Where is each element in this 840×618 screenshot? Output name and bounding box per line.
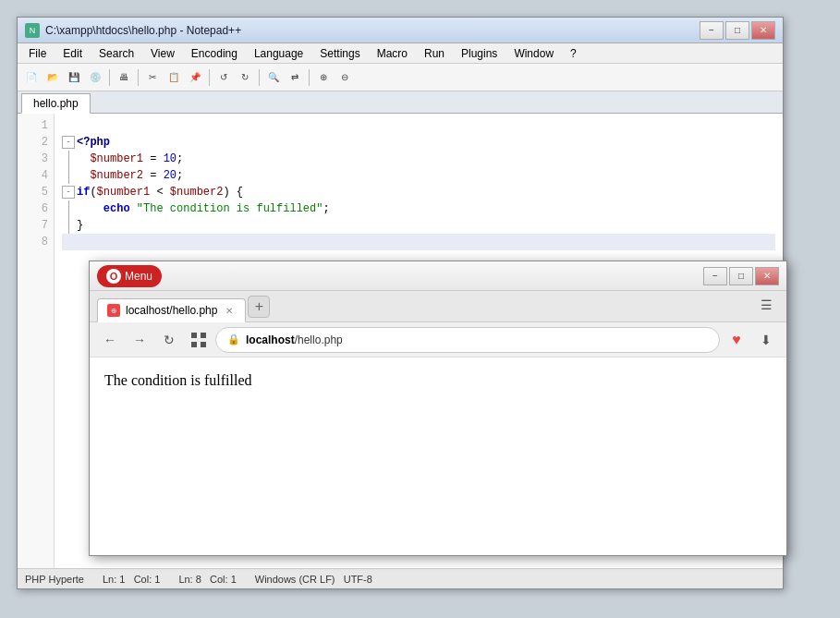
fold-line-7 — [62, 217, 75, 234]
opera-content: The condition is fulfilled — [90, 357, 786, 555]
code-line-1 — [62, 117, 775, 134]
menu-file[interactable]: File — [21, 45, 54, 62]
fold-marker-5[interactable]: - — [62, 186, 75, 199]
fold-line-4 — [62, 167, 75, 184]
opera-menu-button[interactable]: O Menu — [97, 265, 162, 287]
tb-replace[interactable]: ⇄ — [285, 67, 305, 88]
npp-app-icon: N — [25, 23, 40, 38]
menu-language[interactable]: Language — [247, 45, 310, 62]
opera-tabbar: ⊕ localhost/hello.php ✕ + ☰ — [90, 291, 786, 322]
menu-plugins[interactable]: Plugins — [454, 45, 505, 62]
tab-hello-php[interactable]: hello.php — [21, 93, 91, 114]
speed-dial-button[interactable] — [186, 327, 212, 353]
minimize-button[interactable]: − — [700, 21, 724, 40]
opera-body: The condition is fulfilled — [90, 357, 786, 555]
back-button[interactable]: ← — [97, 327, 123, 353]
tb-cut[interactable]: ✂ — [142, 67, 163, 88]
menu-window[interactable]: Window — [506, 45, 561, 62]
opera-tab-close-button[interactable]: ✕ — [223, 304, 236, 317]
tb-save[interactable]: 💾 — [64, 67, 84, 88]
code-line-6: echo "The condition is fulfilled" ; — [62, 200, 775, 217]
opera-menu-label: Menu — [125, 270, 152, 283]
line-numbers: 1 2 3 4 5 6 7 8 — [18, 114, 55, 568]
tb-redo[interactable]: ↻ — [235, 67, 255, 88]
opera-logo-icon: O — [106, 269, 121, 284]
tb-undo[interactable]: ↺ — [213, 67, 234, 88]
npp-title-text: C:\xampp\htdocs\hello.php - Notepad++ — [45, 24, 241, 37]
page-output-text: The condition is fulfilled — [104, 372, 252, 388]
svg-rect-2 — [191, 342, 197, 347]
tb-open[interactable]: 📂 — [43, 67, 63, 88]
opera-tab-favicon: ⊕ — [107, 304, 120, 317]
tb-zoomin[interactable]: ⊕ — [313, 67, 334, 88]
code-line-8 — [62, 234, 775, 250]
code-line-5: - if ( $number1 < $number2 ) { — [62, 184, 775, 200]
opera-close-button[interactable]: ✕ — [755, 267, 779, 285]
toolbar-sep-3 — [209, 69, 210, 86]
refresh-button[interactable]: ↻ — [156, 327, 182, 353]
address-text: localhost/hello.php — [246, 333, 708, 346]
code-line-3: $number1 = 10 ; — [62, 151, 775, 167]
npp-tabbar: hello.php — [18, 91, 783, 114]
npp-titlebar-left: N C:\xampp\htdocs\hello.php - Notepad++ — [25, 23, 241, 38]
opera-new-tab-button[interactable]: + — [248, 296, 270, 318]
status-size: Ln: 8 Col: 1 — [178, 574, 236, 585]
menu-edit[interactable]: Edit — [55, 45, 90, 62]
svg-rect-0 — [191, 333, 197, 338]
menu-run[interactable]: Run — [417, 45, 452, 62]
npp-toolbar: 📄 📂 💾 💿 🖶 ✂ 📋 📌 ↺ ↻ 🔍 ⇄ ⊕ ⊖ — [18, 64, 783, 91]
fold-line-8 — [62, 234, 75, 250]
tb-new[interactable]: 📄 — [21, 67, 42, 88]
toolbar-sep-5 — [309, 69, 310, 86]
menu-help[interactable]: ? — [563, 45, 584, 62]
menu-macro[interactable]: Macro — [370, 45, 415, 62]
status-lang: PHP Hyperte — [25, 574, 84, 585]
fold-line-1 — [62, 117, 75, 134]
opera-sidebar-toggle[interactable]: ☰ — [753, 292, 779, 318]
tab-label: hello.php — [33, 97, 79, 110]
opera-titlebar: O Menu − □ ✕ — [90, 261, 786, 291]
opera-window: O Menu − □ ✕ ⊕ localhost/hello.php ✕ + ☰… — [89, 261, 787, 556]
opera-tab-active[interactable]: ⊕ localhost/hello.php ✕ — [97, 298, 246, 322]
toolbar-sep-2 — [138, 69, 139, 86]
tb-print[interactable]: 🖶 — [114, 67, 134, 88]
download-button[interactable]: ⬇ — [753, 327, 779, 353]
forward-button[interactable]: → — [127, 327, 152, 353]
menu-encoding[interactable]: Encoding — [184, 45, 245, 62]
opera-tabbar-right: ☰ — [753, 292, 779, 318]
secure-icon: 🔒 — [227, 333, 240, 345]
close-button[interactable]: ✕ — [751, 21, 775, 40]
svg-rect-1 — [201, 333, 206, 338]
fold-line-3 — [62, 151, 75, 167]
menu-view[interactable]: View — [143, 45, 182, 62]
tb-paste[interactable]: 📌 — [185, 67, 205, 88]
npp-menubar: File Edit Search View Encoding Language … — [18, 43, 783, 64]
opera-titlebar-controls: − □ ✕ — [703, 267, 779, 285]
status-info: Ln: 1 Col: 1 — [103, 574, 160, 585]
opera-minimize-button[interactable]: − — [703, 267, 727, 285]
tb-saveall[interactable]: 💿 — [85, 67, 105, 88]
toolbar-sep-4 — [259, 69, 260, 86]
tb-zoomout[interactable]: ⊖ — [335, 67, 355, 88]
bookmark-button[interactable]: ♥ — [724, 327, 749, 353]
code-line-4: $number2 = 20 ; — [62, 167, 775, 184]
address-bar[interactable]: 🔒 localhost/hello.php — [215, 327, 720, 353]
tb-copy[interactable]: 📋 — [164, 67, 184, 88]
opera-restore-button[interactable]: □ — [729, 267, 753, 285]
menu-settings[interactable]: Settings — [312, 45, 367, 62]
menu-search[interactable]: Search — [91, 45, 141, 62]
restore-button[interactable]: □ — [725, 21, 749, 40]
code-line-2: - <?php — [62, 134, 775, 151]
status-encoding: Windows (CR LF) UTF-8 — [255, 574, 372, 585]
svg-rect-3 — [201, 342, 206, 347]
fold-line-6 — [62, 200, 75, 217]
fold-marker-2[interactable]: - — [62, 136, 75, 149]
npp-statusbar: PHP Hyperte Ln: 1 Col: 1 Ln: 8 Col: 1 Wi… — [18, 568, 783, 588]
opera-navbar: ← → ↻ 🔒 localhost/hello.php ♥ ⬇ — [90, 322, 786, 357]
toolbar-sep-1 — [109, 69, 110, 86]
opera-tabbar-left: ⊕ localhost/hello.php ✕ + — [97, 296, 270, 321]
tb-find[interactable]: 🔍 — [263, 67, 284, 88]
opera-tab-title: localhost/hello.php — [126, 304, 217, 317]
npp-titlebar: N C:\xampp\htdocs\hello.php - Notepad++ … — [18, 18, 783, 43]
code-line-7: } — [62, 217, 775, 234]
